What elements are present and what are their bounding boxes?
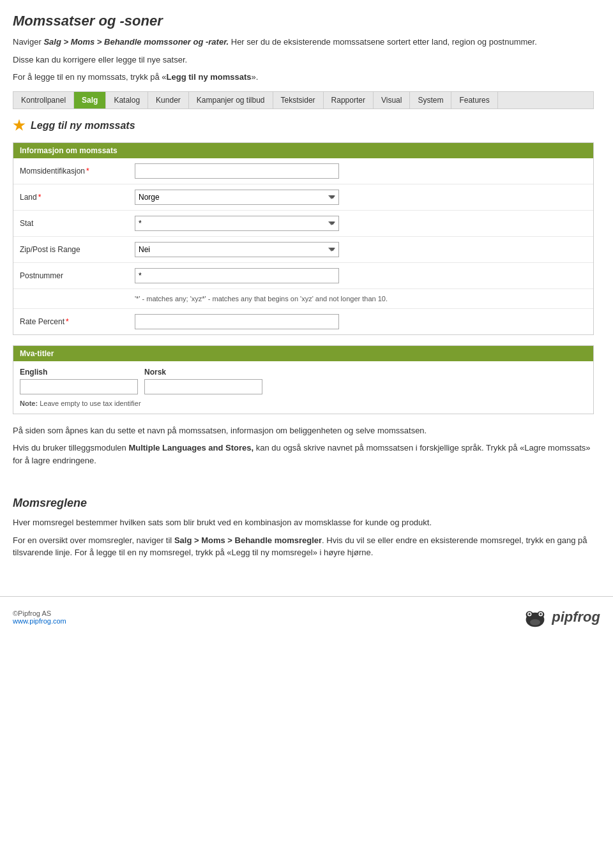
input-cell-rate [128,308,593,334]
required-star-rate: * [66,317,69,326]
input-cell-momsid [128,158,593,184]
rate-percent-input[interactable] [135,314,339,329]
form-title-bar: Legg til ny momssats [13,119,594,132]
land-select[interactable]: Norge [135,190,339,205]
footer-copyright: ©Pipfrog AS [13,610,66,617]
intro-para-2: Disse kan du korrigere eller legge til n… [13,54,594,66]
nav-salg[interactable]: Salg [74,92,106,108]
mva-section-header: Mva-titler [13,346,593,361]
body-para-1: På siden som åpnes kan du sette et navn … [13,424,594,437]
body-para-2: Hvis du bruker tilleggsmodulen Multiple … [13,442,594,467]
input-cell-land: Norge [128,184,593,210]
mva-label-norsk: Norsk [144,368,262,377]
nav-visual[interactable]: Visual [374,92,410,108]
hint-cell: '*' - matches any; 'xyz*' - matches any … [128,288,593,308]
stat-select[interactable]: * [135,216,339,231]
label-rate-percent: Rate Percent* [13,308,128,334]
mva-input-norsk[interactable] [144,379,262,394]
footer-logo-text: pipfrog [552,609,600,625]
label-land: Land* [13,184,128,210]
navbar: Kontrollpanel Salg Katalog Kunder Kampan… [13,91,594,109]
label-momsidentifikasjon: Momsidentifikasjon* [13,158,128,184]
svg-point-5 [529,613,531,615]
svg-point-7 [530,619,540,625]
section2-heading: Momsreglene [13,497,594,510]
nav-rapporter[interactable]: Rapporter [324,92,374,108]
postnummer-hint: '*' - matches any; 'xyz*' - matches any … [135,295,388,303]
hint-label-empty [13,288,128,308]
momsidentifikasjon-input[interactable] [135,163,339,179]
nav-tekstsider[interactable]: Tekstsider [273,92,324,108]
input-cell-postnummer [128,262,593,288]
body-para-4: For en oversikt over momsregler, naviger… [13,534,594,559]
footer-logo: pipfrog [522,604,600,630]
mva-label-english: English [20,368,138,377]
page-title: Momssatser og -soner [13,13,594,29]
mva-note: Note: Leave empty to use tax identifier [20,400,587,407]
field-zip-range: Zip/Post is Range Nei [13,236,593,262]
nav-system[interactable]: System [410,92,451,108]
zip-range-select-wrapper: Nei [135,242,339,257]
nav-kunder[interactable]: Kunder [148,92,189,108]
info-section: Informasjon om momssats Momsidentifikasj… [13,142,594,335]
input-cell-zip-range: Nei [128,236,593,262]
field-land: Land* Norge [13,184,593,210]
body-para-2-prefix: Hvis du bruker tilleggsmodulen [13,443,128,453]
label-zip-range: Zip/Post is Range [13,236,128,262]
mva-content: English Norsk Note: Leave empty to use t… [13,361,593,414]
mva-col-english: English [20,368,138,394]
zip-range-select[interactable]: Nei [135,242,339,257]
postnummer-input[interactable] [135,268,339,283]
intro-para-3: For å legge til en ny momssats, trykk på… [13,71,594,84]
intro-para-1: Naviger Salg > Moms > Behandle momssoner… [13,36,594,49]
star-icon [13,119,26,132]
body-para-4-bold: Salg > Moms > Behandle momsregler [174,535,322,545]
input-cell-stat: * [128,210,593,236]
mva-section: Mva-titler English Norsk Note: Leave emp… [13,345,594,414]
nav-features[interactable]: Features [451,92,497,108]
mva-columns: English Norsk [20,368,587,394]
body-para-2-bold: Multiple Languages and Stores, [128,443,254,453]
required-star-land: * [38,193,42,202]
body-para-4-prefix: For en oversikt over momsregler, naviger… [13,535,174,545]
nav-katalog[interactable]: Katalog [106,92,148,108]
form-title: Legg til ny momssats [31,120,135,131]
mva-input-english[interactable] [20,379,138,394]
svg-point-6 [540,613,541,615]
footer-left: ©Pipfrog AS www.pipfrog.com [13,610,66,625]
info-form-table: Momsidentifikasjon* Land* Norge [13,158,593,334]
field-rate-percent: Rate Percent* [13,308,593,334]
label-postnummer: Postnummer [13,262,128,288]
info-section-header: Informasjon om momssats [13,143,593,158]
required-star-momsid: * [86,167,89,176]
label-stat: Stat [13,210,128,236]
field-momsidentifikasjon: Momsidentifikasjon* [13,158,593,184]
nav-kampanjer[interactable]: Kampanjer og tilbud [189,92,273,108]
stat-select-wrapper: * [135,216,339,231]
field-postnummer: Postnummer [13,262,593,288]
footer-url[interactable]: www.pipfrog.com [13,617,66,625]
mva-col-norsk: Norsk [144,368,262,394]
nav-kontrollpanel[interactable]: Kontrollpanel [13,92,74,108]
field-stat: Stat * [13,210,593,236]
field-postnummer-hint: '*' - matches any; 'xyz*' - matches any … [13,288,593,308]
land-select-wrapper: Norge [135,190,339,205]
body-para-3: Hver momsregel bestemmer hvilken sats so… [13,516,594,529]
frog-icon [522,604,548,630]
footer: ©Pipfrog AS www.pipfrog.com pipfrog [0,596,613,638]
